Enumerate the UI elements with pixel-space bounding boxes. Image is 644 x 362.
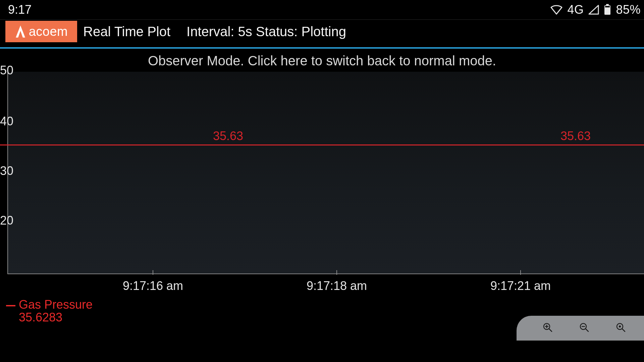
chart-footer: Gas Pressure 35.6283: [0, 296, 644, 341]
svg-line-11: [622, 329, 625, 331]
legend-current-value: 35.6283: [19, 311, 93, 324]
zoom-in-button[interactable]: [543, 322, 554, 334]
y-tick-label: 40: [0, 114, 13, 128]
status-right-cluster: 4G 85%: [550, 3, 641, 17]
brand-name: acoem: [29, 24, 68, 39]
device-status-bar: 9:17 4G 85%: [0, 0, 644, 19]
legend-swatch-icon: [6, 305, 15, 306]
svg-line-4: [549, 329, 552, 331]
brand-logo-icon: [15, 25, 26, 38]
status-time: 9:17: [8, 3, 32, 17]
svg-point-12: [619, 325, 621, 327]
svg-line-8: [586, 329, 588, 331]
x-tick-label: 9:17:21 am: [490, 279, 551, 293]
battery-percent-label: 85%: [616, 3, 641, 17]
y-tick-label: 20: [0, 214, 13, 228]
svg-rect-1: [606, 4, 609, 5]
zoom-reset-button[interactable]: [616, 322, 627, 334]
observer-mode-banner[interactable]: Observer Mode. Click here to switch back…: [0, 49, 644, 72]
cell-signal-icon: [588, 5, 599, 15]
screen-subtitle: Interval: 5s Status: Plotting: [186, 24, 346, 39]
brand-badge[interactable]: acoem: [5, 21, 77, 42]
x-tick-label: 9:17:18 am: [307, 279, 367, 293]
battery-icon: [604, 4, 611, 15]
legend-series-name: Gas Pressure: [19, 298, 93, 311]
series-line-gas-pressure: [0, 144, 644, 145]
series-point-label: 35.63: [213, 129, 243, 144]
screen-title: Real Time Plot: [83, 24, 170, 39]
app-bar: acoem Real Time Plot Interval: 5s Status…: [0, 20, 644, 43]
zoom-toolbar: [517, 316, 644, 341]
chart-plot-area[interactable]: [8, 72, 644, 274]
realtime-chart[interactable]: 50 40 30 20 35.63 35.63: [0, 72, 644, 274]
y-tick-label: 50: [0, 63, 13, 77]
network-type-label: 4G: [567, 3, 584, 17]
series-point-label: 35.63: [560, 129, 591, 144]
chart-x-labels: 9:17:16 am 9:17:18 am 9:17:21 am: [0, 274, 644, 296]
svg-rect-2: [605, 6, 610, 7]
wifi-icon: [550, 5, 562, 15]
x-tick-label: 9:17:16 am: [123, 279, 183, 293]
zoom-out-button[interactable]: [579, 322, 591, 334]
y-tick-label: 30: [0, 164, 13, 178]
